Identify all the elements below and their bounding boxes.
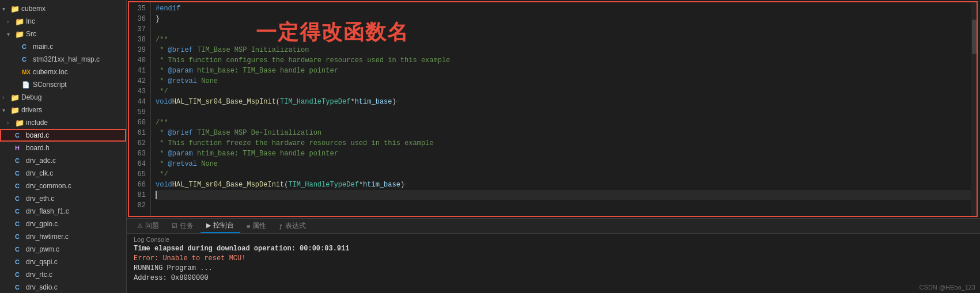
code-line[interactable]: * @param htim_base: TIM_Base handle poin… bbox=[156, 149, 971, 159]
sidebar-item-include[interactable]: ›📁include bbox=[0, 116, 126, 129]
comment-tag: @retval bbox=[168, 76, 197, 86]
punct: ) bbox=[392, 97, 396, 107]
code-line[interactable]: * @brief TIM_Base MSP Initialization bbox=[156, 45, 971, 55]
tab-label: 控制台 bbox=[213, 220, 234, 230]
code-line[interactable] bbox=[156, 107, 971, 117]
sidebar-item-Debug[interactable]: ›📁Debug bbox=[0, 91, 126, 104]
line-number: 42 bbox=[131, 76, 146, 86]
sidebar-item-label: cubemx.ioc bbox=[33, 68, 68, 76]
sidebar-item-label: drv_eth.c bbox=[26, 195, 54, 203]
sidebar-item-drv_common.c[interactable]: Cdrv_common.c bbox=[0, 180, 126, 192]
code-line[interactable]: * @brief TIM_Base MSP De-Initialization bbox=[156, 128, 971, 138]
sidebar-item-Src[interactable]: ▾📁Src bbox=[0, 28, 126, 40]
watermark: CSDN @HEbo_123 bbox=[920, 284, 975, 291]
code-line[interactable]: /** bbox=[156, 35, 971, 45]
sidebar-item-label: drv_common.c bbox=[26, 182, 71, 190]
code-line[interactable]: /** bbox=[156, 117, 971, 128]
comment-text: htim_base: TIM_Base handle pointer bbox=[193, 66, 338, 76]
console-content: Log Console Time elapsed during download… bbox=[127, 234, 980, 293]
tab-label: 任务 bbox=[180, 221, 194, 231]
punct: ( bbox=[284, 180, 288, 190]
sidebar-item-label: board.h bbox=[26, 144, 50, 152]
tab-label: 表达式 bbox=[285, 221, 306, 231]
line-number: 38 bbox=[131, 35, 146, 45]
file-icon: C bbox=[15, 157, 24, 165]
comment-tag: @param bbox=[168, 149, 193, 159]
brace: } bbox=[156, 14, 160, 24]
sidebar-item-cubemx.ioc[interactable]: MXcubemx.ioc bbox=[0, 66, 126, 78]
tab-icon: ⚠ bbox=[137, 222, 143, 230]
code-line[interactable]: * @param htim_base: TIM_Base handle poin… bbox=[156, 66, 971, 76]
file-icon: C bbox=[15, 207, 24, 215]
sidebar-item-cubemx[interactable]: ▾📁cubemx bbox=[0, 2, 126, 15]
sidebar-item-drv_qspi.c[interactable]: Cdrv_qspi.c bbox=[0, 256, 126, 268]
line-number: 40 bbox=[131, 55, 146, 66]
tree-arrow: ▾ bbox=[2, 107, 10, 113]
sidebar-item-main.c[interactable]: Cmain.c bbox=[0, 40, 126, 53]
file-icon: C bbox=[15, 220, 24, 228]
code-line[interactable]: * @retval None bbox=[156, 76, 971, 86]
comment-text: */ bbox=[156, 169, 168, 180]
sidebar-item-drv_sdio.c[interactable]: Cdrv_sdio.c bbox=[0, 281, 126, 293]
code-line[interactable]: void HAL_TIM_sr04_Base_MspInit(TIM_Handl… bbox=[156, 97, 971, 107]
file-icon: H bbox=[15, 144, 24, 152]
sidebar-item-SConscript[interactable]: 📄SConscript bbox=[0, 78, 126, 91]
sidebar-item-label: drv_rtc.c bbox=[26, 271, 52, 279]
bottom-tab-console[interactable]: ▶控制台 bbox=[200, 219, 240, 233]
file-tree[interactable]: ▾📁cubemx›📁Inc▾📁Src Cmain.c Cstm32f1xx_ha… bbox=[0, 0, 127, 293]
sidebar-item-board.c[interactable]: Cboard.c bbox=[0, 129, 126, 142]
directive: #endif bbox=[156, 3, 180, 14]
code-line[interactable]: #endif bbox=[156, 3, 971, 14]
code-line[interactable]: */ bbox=[156, 169, 971, 180]
code-line[interactable] bbox=[156, 190, 971, 200]
sidebar-item-drv_adc.c[interactable]: Cdrv_adc.c bbox=[0, 154, 126, 167]
sidebar-item-drv_clk.c[interactable]: Cdrv_clk.c bbox=[0, 167, 126, 180]
sidebar-item-drv_hwtimer.c[interactable]: Cdrv_hwtimer.c bbox=[0, 230, 126, 243]
line-number: 39 bbox=[131, 45, 146, 55]
sidebar-item-label: cubemx bbox=[21, 5, 46, 13]
line-number: 61 bbox=[131, 128, 146, 138]
sidebar-item-board.h[interactable]: Hboard.h bbox=[0, 142, 126, 154]
line-number: 63 bbox=[131, 149, 146, 159]
file-icon: 📁 bbox=[15, 30, 24, 39]
console-line: Address: 0x8000000 bbox=[134, 273, 973, 283]
comment-text: /** bbox=[156, 35, 168, 45]
code-line[interactable]: } bbox=[156, 14, 971, 24]
sidebar-item-Inc[interactable]: ›📁Inc bbox=[0, 15, 126, 28]
sidebar-item-drv_gpio.c[interactable]: Cdrv_gpio.c bbox=[0, 218, 126, 230]
sidebar-item-drv_eth.c[interactable]: Cdrv_eth.c bbox=[0, 192, 126, 205]
console-line: Error: Unable to reset MCU! bbox=[134, 254, 973, 264]
param: htim_base bbox=[363, 180, 400, 190]
sidebar-item-drivers[interactable]: ▾📁drivers bbox=[0, 104, 126, 116]
comment-text: * bbox=[156, 159, 168, 169]
bottom-tab-expression[interactable]: ƒ表达式 bbox=[273, 219, 311, 233]
sidebar-item-stm32f1xx_hal_msp.c[interactable]: Cstm32f1xx_hal_msp.c bbox=[0, 53, 126, 66]
code-lines[interactable]: #endif}/** * @brief TIM_Base MSP Initial… bbox=[151, 2, 971, 216]
tree-arrow: › bbox=[7, 18, 15, 25]
line-number: 36 bbox=[131, 14, 146, 24]
code-line[interactable]: * This function freeze the hardware reso… bbox=[156, 138, 971, 149]
sidebar-item-drv_flash_f1.c[interactable]: Cdrv_flash_f1.c bbox=[0, 205, 126, 218]
code-line[interactable]: */ bbox=[156, 86, 971, 97]
sidebar-item-drv_rtc.c[interactable]: Cdrv_rtc.c bbox=[0, 268, 126, 281]
file-icon: MX bbox=[22, 68, 31, 76]
scrollbar-thumb[interactable] bbox=[972, 20, 977, 54]
bottom-tab-tasks[interactable]: ☑任务 bbox=[166, 219, 199, 233]
line-number: 43 bbox=[131, 86, 146, 97]
sidebar-item-drv_pwm.c[interactable]: Cdrv_pwm.c bbox=[0, 243, 126, 256]
code-line[interactable]: * @retval None bbox=[156, 159, 971, 169]
bottom-tab-problems[interactable]: ⚠问题 bbox=[131, 219, 165, 233]
bottom-tab-properties[interactable]: ≡属性 bbox=[241, 219, 272, 233]
type: TIM_HandleTypeDef bbox=[288, 180, 358, 190]
punct: ( bbox=[276, 97, 280, 107]
code-line[interactable]: * This function configures the hardware … bbox=[156, 55, 971, 66]
code-line[interactable] bbox=[156, 200, 971, 211]
sidebar-item-label: drv_clk.c bbox=[26, 169, 53, 177]
code-line[interactable] bbox=[156, 24, 971, 35]
comment-text: TIM_Base MSP De-Initialization bbox=[193, 128, 321, 138]
comment-text: None bbox=[197, 76, 218, 86]
file-icon: C bbox=[15, 169, 24, 177]
scrollbar[interactable] bbox=[971, 2, 977, 216]
keyword: void bbox=[156, 180, 172, 190]
code-line[interactable]: void HAL_TIM_sr04_Base_MspDeInit(TIM_Han… bbox=[156, 180, 971, 190]
